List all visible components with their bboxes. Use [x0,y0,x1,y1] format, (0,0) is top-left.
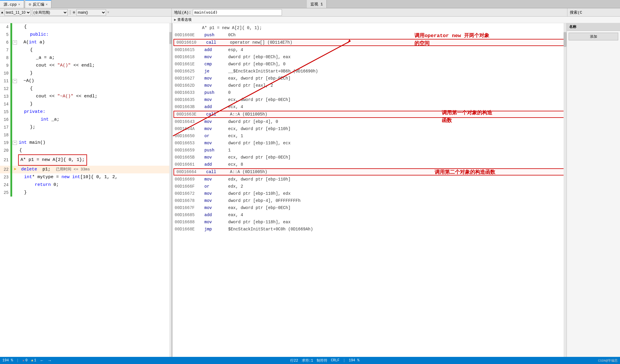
disasm-row: 00D16685 add eax, 4 [172,211,567,219]
disasm-row: 00D16669 mov edx, dword ptr [ebp-110h] [172,176,567,183]
disasm-tab[interactable]: ⚙ 反汇编 ✕ [25,0,51,8]
address-input[interactable] [193,9,282,16]
line-num: 8 [0,54,10,62]
source-tab[interactable]: 源.cpp ✕ [0,0,24,8]
code-content: int main() [18,139,45,147]
add-watch-button[interactable]: 添加 [569,33,618,40]
disasm-content[interactable]: A* p1 = new A[2]{ 0, 1}; 00D1660E push 0… [172,23,567,357]
line-num: 20 [0,147,10,154]
code-content: A(int a) [18,39,45,46]
table-row: 11 − ~A() [0,77,172,85]
table-row: 10 } [0,69,172,77]
disasm-tab-label: 反汇编 [33,2,44,7]
table-row: 21 A* p1 = new A[2]{ 0, 1}; [0,154,172,166]
line-num: 10 [0,69,10,77]
table-row: 24 return 0; [0,181,172,189]
source-tab-close[interactable]: ✕ [18,2,20,6]
line-num: 23 [0,173,10,181]
disasm-tab-close[interactable]: ✕ [46,2,48,6]
disasm-row: 00D1660E push 0Ch [172,31,567,39]
disasm-row: 00D16672 mov dword ptr [ebp-110h], edx [172,190,567,197]
code-content: cout << "A()" << endl; [18,62,95,69]
table-row: 25 } [0,189,172,197]
view-options-bar: ▶ 查看选项 [172,17,620,22]
collapse-icon-19[interactable]: − [13,141,17,145]
scope-select[interactable]: (全局范围) [32,9,68,16]
table-row: 23 int* mytype = new int[10]{ 0, 1, 2, [0,173,172,181]
disasm-row: 00D1663B add ecx, 4 [172,103,567,110]
line-num: 13 [0,93,10,100]
disasm-row: 00D16643 mov dword ptr [ebp-4], 0 [172,118,567,125]
code-content: }; [18,124,35,131]
disasm-row: 00D1661E cmp dword ptr [ebp-0ECh], 0 [172,61,567,68]
line-num: 25 [0,189,10,197]
line-num: 18 [0,131,10,139]
project-select[interactable]: test1_11_10 [4,9,31,16]
disasm-row: 00D16635 mov ecx, dword ptr [ebp-0ECh] [172,96,567,103]
table-row: 14 } [0,100,172,108]
encoding-info: CRLF [331,358,340,363]
line-num: 4 [0,23,10,31]
col-info: 求符:1 [302,358,313,363]
collapse-icon-11[interactable]: − [13,79,17,83]
search-label: 搜索(C [570,10,582,15]
zoom-disasm: 194 % [349,358,359,363]
disasm-row: 00D16688 mov dword ptr [ebp-118h], eax [172,219,567,226]
table-row: 5 public: [0,31,172,39]
table-row: 9 cout << "A()" << endl; [0,62,172,69]
watch-name-header: 名称 [569,24,576,29]
line-num: 5 [0,31,10,39]
disasm-row: 00D1666F or edx, 2 [172,183,567,190]
table-row: 19 − int main() [0,139,172,147]
line-num: 24 [0,181,10,189]
code-area[interactable]: 4 { 5 public: 6 − [0,23,172,357]
disasm-panel: A* p1 = new A[2]{ 0, 1}; 00D1660E push 0… [172,23,567,357]
line-num: 14 [0,100,10,108]
line-num: 15 [0,108,10,116]
line-num: 11 [0,77,10,85]
watch-tab[interactable]: 监视 1 [307,0,327,8]
disasm-row: 00D16661 add ecx, 8 [172,161,567,168]
address-label: 地址(A): [174,10,191,15]
disasm-row: 00D1668E jmp $EncStackInitStart+0C0h (0D… [172,226,567,233]
source-tab-label: 源.cpp [4,2,17,7]
code-content: public: [18,31,49,39]
mode-info: 制符符 [317,358,327,363]
nav-fwd-button[interactable]: → [48,358,52,363]
disasm-label-line: A* p1 = new A[2]{ 0, 1}; [172,24,567,31]
table-row: 12 { [0,85,172,93]
table-row: 8 _a = a; [0,54,172,62]
nav-back-button[interactable]: ← [40,358,44,363]
disasm-row: 00D1664A mov ecx, dword ptr [ebp-110h] [172,125,567,132]
disasm-row: 00D16615 add esp, 4 [172,46,567,53]
code-content: int _a; [18,116,59,124]
function-select[interactable]: main() [76,9,106,16]
copyright-label: CSDN@学编思 [598,358,618,363]
table-row: 16 int _a; [0,116,172,124]
collapse-icon-6[interactable]: − [13,40,17,45]
watch-tab-label: 监视 1 [310,1,323,7]
disasm-icon: ⚙ [29,2,31,7]
disasm-row: 00D16650 or ecx, 1 [172,132,567,140]
line-num: 21 [0,156,10,164]
disasm-toolbar: 地址(A): [172,8,567,16]
line-num: 16 [0,116,10,124]
disasm-row-highlight-1: 00D16610 call operator new[] (0D114E7h) [173,39,565,46]
disasm-row: 00D16653 mov dword ptr [ebp-110h], ecx [172,140,567,147]
source-toolbar: ▲ test1_11_10 (全局范围) | ⊙ main() ▼ [0,8,172,16]
collapse-icon-toolbar: ▲ [1,11,3,14]
watch-toolbar: 搜索(C [567,8,620,16]
code-content-25: } [18,189,27,197]
table-row: 7 { [0,46,172,54]
line-info: 行22 [290,358,298,363]
code-content: { [18,46,33,54]
line-num: 17 [0,124,10,131]
table-row: 13 cout << "~A()" << endl; [0,93,172,100]
source-panel: 4 { 5 public: 6 − [0,23,172,357]
code-content-22: delete p1; 已用时间 <= 33ms [18,166,90,173]
table-row: 15 private: [0,108,172,116]
disasm-row: 00D1667F mov eax, dword ptr [ebp-0ECh] [172,204,567,211]
code-content-21: A* p1 = new A[2]{ 0, 1}; [18,154,87,166]
table-row: 18 [0,131,172,139]
code-content: } [18,69,33,77]
